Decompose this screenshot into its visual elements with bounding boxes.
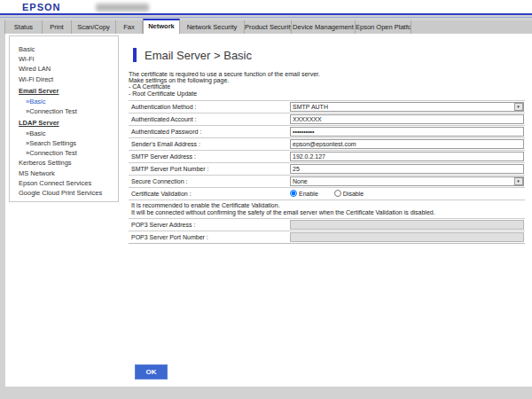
field-label: Secure Connection : bbox=[129, 178, 290, 184]
authenticated-password-input[interactable] bbox=[290, 127, 524, 137]
selected-value: None bbox=[291, 178, 308, 184]
tab-product-security[interactable]: Product Security bbox=[245, 20, 292, 34]
header-divider-thin bbox=[0, 17, 532, 18]
tab-print[interactable]: Print bbox=[43, 20, 72, 34]
tab-device-management[interactable]: Device Management bbox=[292, 20, 356, 34]
enable-radio-label: Enable bbox=[299, 191, 318, 197]
form-row-authenticated-password: Authenticated Password : bbox=[129, 125, 525, 137]
authenticated-account-input[interactable] bbox=[290, 114, 524, 124]
field-label: Authenticated Account : bbox=[129, 116, 290, 122]
pop3-server-address-input bbox=[290, 220, 524, 230]
form-row-sender-email: Sender's Email Address : bbox=[129, 137, 525, 150]
sender-email-input[interactable] bbox=[290, 139, 524, 149]
field-label: Authentication Method : bbox=[129, 104, 290, 110]
certificate-validation-radio-group: Enable Disable bbox=[290, 190, 379, 197]
sidebar-item-wifi-direct[interactable]: Wi-Fi Direct bbox=[10, 75, 118, 83]
disable-radio[interactable] bbox=[334, 190, 341, 197]
main-tabbar: Status Print Scan/Copy Fax Network Netwo… bbox=[4, 19, 532, 34]
model-name-redacted bbox=[96, 4, 149, 12]
form-row-smtp-server-port: SMTP Server Port Number : bbox=[129, 162, 525, 175]
sidebar-item-ms-network[interactable]: MS Network bbox=[10, 169, 118, 177]
tab-network[interactable]: Network bbox=[143, 19, 180, 34]
secure-connection-select[interactable]: None ▼ bbox=[290, 176, 524, 186]
certificate-validation-note: It is recommended to enable the Certific… bbox=[129, 200, 525, 218]
form-row-authentication-method: Authentication Method : SMTP AUTH ▼ bbox=[129, 100, 525, 113]
header-divider bbox=[0, 13, 532, 15]
description-line: - CA Certificate bbox=[129, 83, 525, 90]
description-line: - Root Certificate Update bbox=[129, 90, 525, 97]
email-server-form: Authentication Method : SMTP AUTH ▼ Auth… bbox=[129, 100, 525, 244]
sidebar-item-google-cloud-print-services[interactable]: Google Cloud Print Services bbox=[10, 189, 118, 197]
chevron-down-icon[interactable]: ▼ bbox=[514, 177, 523, 185]
sidebar-section-email-server[interactable]: Email Server bbox=[10, 87, 118, 95]
enable-radio[interactable] bbox=[290, 190, 297, 197]
sidebar-item-epson-connect-services[interactable]: Epson Connect Services bbox=[10, 179, 118, 187]
epson-logo: EPSON bbox=[22, 2, 61, 12]
selected-value: SMTP AUTH bbox=[291, 104, 328, 110]
field-label: SMTP Server Port Number : bbox=[129, 166, 290, 172]
app-header: EPSON bbox=[0, 0, 532, 13]
description-line: The certificate is required to use a sec… bbox=[129, 71, 525, 77]
sidebar-item-ldap-basic[interactable]: »Basic bbox=[10, 129, 118, 137]
sidebar-item-email-connection-test[interactable]: »Connection Test bbox=[10, 107, 118, 115]
authentication-method-select[interactable]: SMTP AUTH ▼ bbox=[290, 102, 524, 112]
disable-radio-label: Disable bbox=[343, 191, 364, 197]
page-title-row: Email Server > Basic bbox=[129, 48, 525, 62]
field-label: Certificate Validation : bbox=[129, 191, 290, 197]
sidebar-item-basic[interactable]: Basic bbox=[10, 45, 118, 53]
field-label: Authenticated Password : bbox=[129, 129, 290, 135]
tabbar-filler bbox=[411, 20, 532, 34]
chevron-down-icon[interactable]: ▼ bbox=[514, 103, 523, 111]
tab-network-security[interactable]: Network Security bbox=[180, 20, 245, 34]
sidebar-item-ldap-search-settings[interactable]: »Search Settings bbox=[10, 139, 118, 147]
network-sidebar: Basic Wi-Fi Wired LAN Wi-Fi Direct Email… bbox=[9, 35, 119, 202]
form-row-authenticated-account: Authenticated Account : bbox=[129, 113, 525, 125]
tab-scan-copy[interactable]: Scan/Copy bbox=[72, 20, 116, 34]
note-line: It is recommended to enable the Certific… bbox=[131, 202, 525, 209]
tab-fax[interactable]: Fax bbox=[116, 20, 143, 34]
sidebar-item-ldap-connection-test[interactable]: »Connection Test bbox=[10, 149, 118, 157]
sidebar-item-wired-lan[interactable]: Wired LAN bbox=[10, 65, 118, 73]
form-row-certificate-validation: Certificate Validation : Enable Disable bbox=[129, 187, 525, 200]
ok-button[interactable]: OK bbox=[135, 364, 168, 379]
main-panel: Email Server > Basic The certificate is … bbox=[129, 34, 525, 244]
smtp-server-port-input[interactable] bbox=[290, 164, 524, 174]
content-area: Basic Wi-Fi Wired LAN Wi-Fi Direct Email… bbox=[5, 34, 532, 387]
form-row-pop3-server-port: POP3 Server Port Number : bbox=[129, 231, 525, 243]
form-row-secure-connection: Secure Connection : None ▼ bbox=[129, 175, 525, 187]
field-label: POP3 Server Address : bbox=[129, 222, 290, 228]
field-label: POP3 Server Port Number : bbox=[129, 234, 290, 240]
description-line: Make settings on the following page. bbox=[129, 77, 525, 83]
page-description: The certificate is required to use a sec… bbox=[129, 71, 525, 97]
title-accent-bar bbox=[133, 48, 137, 62]
smtp-server-address-input[interactable] bbox=[290, 152, 524, 161]
field-label: SMTP Server Address : bbox=[129, 153, 290, 160]
pop3-server-port-input bbox=[290, 232, 524, 242]
page-title: Email Server > Basic bbox=[145, 49, 252, 62]
sidebar-item-email-basic[interactable]: »Basic bbox=[10, 98, 118, 106]
sidebar-item-kerberos-settings[interactable]: Kerberos Settings bbox=[10, 159, 118, 167]
sidebar-item-wifi[interactable]: Wi-Fi bbox=[10, 55, 118, 63]
form-row-pop3-server-address: POP3 Server Address : bbox=[129, 218, 525, 231]
tab-epson-open-platform[interactable]: Epson Open Platform bbox=[356, 20, 411, 34]
note-line: It will be connected without confirming … bbox=[131, 209, 525, 216]
sidebar-section-ldap-server[interactable]: LDAP Server bbox=[10, 119, 118, 127]
form-row-smtp-server-address: SMTP Server Address : bbox=[129, 150, 525, 162]
field-label: Sender's Email Address : bbox=[129, 141, 290, 147]
tab-status[interactable]: Status bbox=[4, 20, 43, 34]
